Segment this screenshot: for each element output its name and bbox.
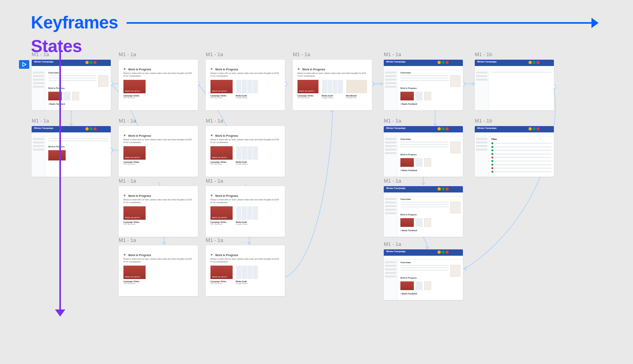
frame-label: M1 - 1a (293, 51, 372, 57)
frame-f_c4[interactable]: M1 - 1a ✕Work In Progress Ready to share… (206, 237, 285, 296)
canvas: Keyframes States (0, 0, 633, 364)
frame-label: M1 - 1a (384, 118, 463, 124)
play-icon (22, 62, 27, 67)
frame-f_c1[interactable]: M1 - 1a ✕Work In Progress Ready to share… (206, 51, 285, 110)
frame-f_c3[interactable]: M1 - 1a ✕Work In Progress Ready to share… (206, 178, 285, 237)
frame-label: M1 - 1a (119, 118, 198, 124)
frame-f_c2[interactable]: M1 - 1a ✕Work In Progress Ready to share… (206, 118, 285, 177)
frame-label: M1 - 1a (32, 51, 111, 57)
frame-label: M1 - 1b (475, 51, 554, 57)
frame-label: M1 - 1a (206, 118, 285, 124)
frame-label: M1 - 1a (119, 237, 198, 243)
states-axis-arrow (59, 51, 61, 309)
frame-label: M1 - 1a (384, 241, 463, 247)
frame-f_e2[interactable]: M1 - 1a Winter Campaign Overview Work In… (384, 118, 463, 177)
frame-label: M1 - 1a (206, 51, 285, 57)
frame-f_a2[interactable]: M1 - 1a Winter Campaign Work In Progress (32, 118, 111, 177)
frame-label: M1 - 1a (119, 178, 198, 184)
frame-f_e4[interactable]: M1 - 1a Winter Campaign Overview Work In… (384, 241, 463, 300)
frame-label: M1 - 1b (475, 118, 554, 124)
frame-label: M1 - 1a (206, 237, 285, 243)
frame-f_d1[interactable]: M1 - 1a ✕Work In Progress Ready to share… (293, 51, 372, 110)
heading-keyframes: Keyframes (31, 13, 118, 32)
frame-f_b2[interactable]: M1 - 1a ✕Work In Progress Ready to share… (119, 118, 198, 177)
frame-f_f1[interactable]: M1 - 1b Winter Campaign (475, 51, 554, 110)
play-prototype-chip[interactable] (19, 60, 29, 69)
frame-label: M1 - 1a (32, 118, 111, 124)
frame-f_a1[interactable]: M1 - 1a Winter Campaign Overview Work In… (32, 51, 111, 110)
frame-f_b4[interactable]: M1 - 1a ✕Work In Progress Ready to share… (119, 237, 198, 296)
frame-label: M1 - 1a (206, 178, 285, 184)
frame-label: M1 - 1a (384, 51, 463, 57)
keyframes-axis-arrow (127, 22, 591, 24)
frame-label: M1 - 1a (384, 178, 463, 184)
frame-f_e3[interactable]: M1 - 1a Winter Campaign Overview Work In… (384, 178, 463, 237)
frame-f_f2[interactable]: M1 - 1b Winter Campaign Files (475, 118, 554, 177)
frame-label: M1 - 1a (119, 51, 198, 57)
frame-f_e1[interactable]: M1 - 1a Winter Campaign Overview Work In… (384, 51, 463, 110)
frame-f_b3[interactable]: M1 - 1a ✕Work In Progress Ready to share… (119, 178, 198, 237)
frame-f_b1[interactable]: M1 - 1a ✕Work In Progress Ready to share… (119, 51, 198, 110)
